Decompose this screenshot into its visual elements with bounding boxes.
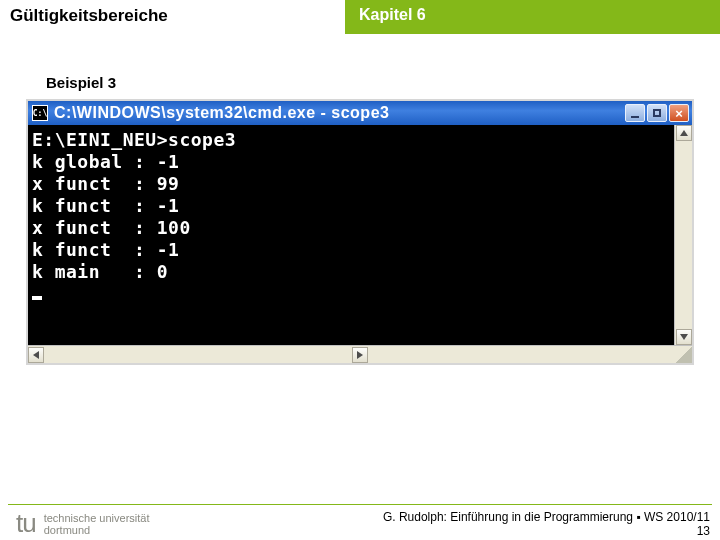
page-number: 13 — [383, 524, 710, 538]
chapter-label: Kapitel 6 — [345, 0, 426, 34]
cmd-titlebar: C:\ C:\WINDOWS\system32\cmd.exe - scope3… — [28, 101, 692, 125]
cmd-cursor — [32, 296, 42, 300]
header-bar: Gültigkeitsbereiche Kapitel 6 — [0, 0, 720, 34]
university-name-line1: technische universität — [44, 512, 150, 524]
scroll-right-button[interactable] — [352, 347, 368, 363]
footer: tu technische universität dortmund G. Ru… — [0, 504, 720, 540]
tu-logomark: tu — [16, 512, 36, 535]
cmd-output-text: E:\EINI_NEU>scope3 k global : -1 x funct… — [32, 129, 236, 282]
attribution-text: G. Rudolph: Einführung in die Programmie… — [383, 510, 710, 524]
resize-grip-icon — [676, 347, 692, 363]
close-button[interactable]: × — [669, 104, 689, 122]
scroll-down-button[interactable] — [676, 329, 692, 345]
cmd-window: C:\ C:\WINDOWS\system32\cmd.exe - scope3… — [26, 99, 694, 365]
console-screenshot: C:\ C:\WINDOWS\system32\cmd.exe - scope3… — [26, 99, 694, 365]
cmd-window-title: C:\WINDOWS\system32\cmd.exe - scope3 — [54, 104, 625, 122]
scroll-left-button[interactable] — [28, 347, 44, 363]
vertical-scrollbar[interactable] — [674, 125, 692, 345]
university-name-line2: dortmund — [44, 524, 150, 536]
horizontal-scrollbar[interactable] — [28, 345, 692, 363]
slide: Gültigkeitsbereiche Kapitel 6 Beispiel 3… — [0, 0, 720, 540]
university-logo: tu technische universität dortmund — [16, 512, 149, 536]
minimize-button[interactable] — [625, 104, 645, 122]
cmd-body: E:\EINI_NEU>scope3 k global : -1 x funct… — [28, 125, 692, 345]
window-buttons: × — [625, 104, 689, 122]
maximize-button[interactable] — [647, 104, 667, 122]
cmd-icon: C:\ — [32, 105, 48, 121]
cmd-output: E:\EINI_NEU>scope3 k global : -1 x funct… — [28, 125, 674, 345]
scroll-up-button[interactable] — [676, 125, 692, 141]
slide-title: Gültigkeitsbereiche — [0, 0, 345, 34]
example-heading: Beispiel 3 — [46, 74, 720, 91]
